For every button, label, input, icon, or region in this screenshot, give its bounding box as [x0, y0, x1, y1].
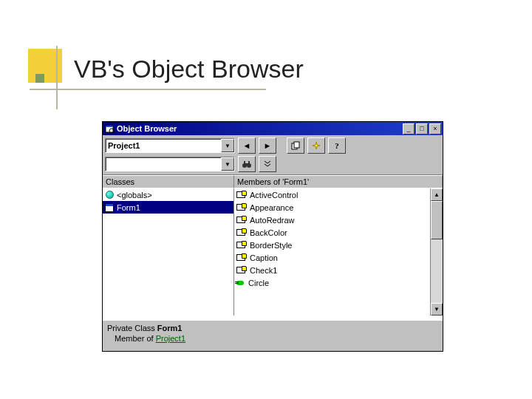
detail-project-link[interactable]: Project1	[156, 334, 185, 343]
scroll-down-button[interactable]: ▼	[431, 303, 443, 316]
object-browser-window: Object Browser _ □ × Project1 ▼ ◄ ► ? ▼	[102, 121, 443, 352]
property-icon	[236, 253, 247, 262]
member-item[interactable]: ActiveControl	[234, 188, 443, 201]
member-item[interactable]: BackColor	[234, 226, 443, 239]
library-combo-value: Project1	[106, 140, 221, 151]
class-item-globals[interactable]: <globals>	[103, 188, 233, 201]
property-icon	[236, 228, 247, 236]
copy-icon	[291, 141, 301, 151]
binoculars-icon	[242, 159, 252, 169]
method-icon	[236, 279, 245, 287]
member-item[interactable]: BorderStyle	[234, 239, 443, 251]
scroll-track[interactable]	[431, 201, 443, 303]
detail-member-line: Member of Project1	[107, 334, 438, 343]
property-icon	[236, 241, 247, 249]
slide-rule-horizontal	[30, 89, 266, 90]
nav-forward-button[interactable]: ►	[259, 137, 276, 154]
chevron-down-icon[interactable]: ▼	[221, 139, 234, 152]
member-label: AutoRedraw	[250, 216, 295, 225]
classes-header: Classes	[103, 175, 234, 188]
maximize-button[interactable]: □	[416, 123, 428, 134]
library-combo[interactable]: Project1 ▼	[105, 138, 235, 153]
property-icon	[236, 216, 247, 224]
detail-class-name: Form1	[157, 324, 183, 332]
property-icon	[236, 203, 247, 211]
window-title: Object Browser	[117, 124, 401, 133]
detail-prefix: Private Class	[107, 324, 157, 332]
class-item-label: <globals>	[117, 191, 152, 200]
view-definition-button[interactable]	[307, 137, 325, 154]
detail-member-prefix: Member of	[115, 334, 156, 343]
member-label: BorderStyle	[250, 241, 292, 250]
members-scrollbar[interactable]: ▲ ▼	[430, 188, 443, 316]
property-icon	[236, 266, 247, 274]
search-combo-value	[106, 163, 221, 165]
nav-back-button[interactable]: ◄	[238, 137, 256, 154]
form-icon	[105, 204, 114, 211]
member-label: BackColor	[250, 228, 287, 237]
minimize-button[interactable]: _	[403, 123, 415, 134]
svg-line-3	[113, 132, 115, 134]
toolbar-row-1: Project1 ▼ ◄ ► ?	[103, 135, 443, 156]
slide-rule-vertical	[56, 46, 58, 109]
scroll-thumb[interactable]	[431, 201, 443, 239]
toolbar-row-2: ▼	[103, 156, 443, 174]
class-item-label: Form1	[117, 203, 140, 212]
property-icon	[236, 191, 247, 199]
svg-rect-10	[248, 161, 250, 164]
slide-bullet-square	[35, 74, 44, 83]
svg-marker-6	[313, 142, 320, 149]
members-header: Members of 'Form1'	[234, 175, 443, 188]
chevron-double-down-icon	[263, 160, 272, 168]
svg-rect-5	[294, 142, 299, 148]
member-item[interactable]: Circle	[234, 276, 443, 289]
classes-list[interactable]: <globals> Form1	[103, 188, 234, 316]
chevron-down-icon[interactable]: ▼	[221, 157, 234, 171]
svg-rect-11	[245, 163, 248, 165]
svg-rect-1	[106, 126, 113, 127]
members-pane: Members of 'Form1' ActiveControl Appeara…	[234, 175, 443, 320]
help-button[interactable]: ?	[328, 137, 346, 154]
search-button[interactable]	[238, 156, 256, 172]
members-list[interactable]: ActiveControl Appearance AutoRedraw Back…	[234, 188, 443, 316]
detail-class-line: Private Class Form1	[107, 324, 438, 332]
show-search-results-button[interactable]	[259, 156, 276, 172]
member-item[interactable]: Check1	[234, 264, 443, 276]
browser-panes: Classes <globals> Form1 Members of 'Form…	[103, 174, 443, 320]
copy-button[interactable]	[287, 137, 304, 154]
search-combo[interactable]: ▼	[105, 157, 235, 171]
member-label: Appearance	[250, 203, 293, 212]
member-label: Check1	[250, 266, 277, 275]
slide-title: VB's Object Browser	[74, 55, 304, 83]
app-icon	[104, 123, 115, 134]
member-label: ActiveControl	[250, 191, 298, 200]
close-button[interactable]: ×	[429, 123, 441, 134]
globe-icon	[105, 191, 114, 199]
member-label: Circle	[248, 279, 269, 287]
classes-pane: Classes <globals> Form1	[103, 175, 234, 320]
member-label: Caption	[250, 253, 278, 262]
scroll-up-button[interactable]: ▲	[431, 188, 443, 201]
member-item[interactable]: Caption	[234, 251, 443, 264]
titlebar[interactable]: Object Browser _ □ ×	[103, 122, 443, 135]
sparkle-icon	[312, 141, 321, 151]
detail-pane: Private Class Form1 Member of Project1	[103, 320, 443, 355]
member-item[interactable]: Appearance	[234, 201, 443, 214]
member-item[interactable]: AutoRedraw	[234, 214, 443, 226]
svg-rect-9	[244, 161, 245, 164]
class-item-form1[interactable]: Form1	[103, 201, 233, 214]
